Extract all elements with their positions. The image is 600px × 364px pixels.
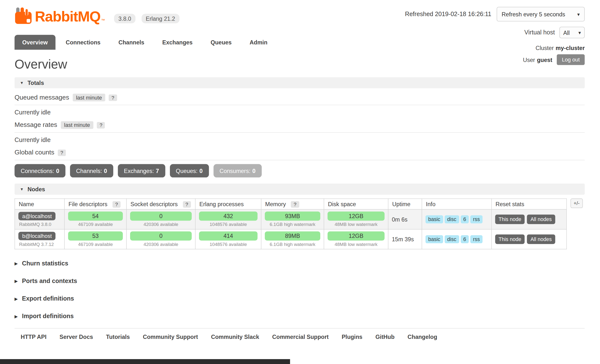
- ports-and-contexts-section[interactable]: ▶ Ports and contexts: [15, 278, 585, 284]
- help-icon[interactable]: ?: [58, 149, 66, 156]
- col-disk-space: Disk space: [324, 199, 388, 209]
- user-label: User: [523, 56, 535, 63]
- nodes-section-header[interactable]: ▼ Nodes: [15, 183, 585, 194]
- socket-descriptors-available: 420306 available: [130, 222, 192, 227]
- erlang-processes-cell: 432 1048576 available: [195, 209, 261, 229]
- link-changelog[interactable]: Changelog: [408, 334, 437, 340]
- help-icon[interactable]: ?: [183, 201, 191, 208]
- info-tag-rss: rss: [470, 235, 483, 243]
- tab-queues[interactable]: Queues: [203, 35, 239, 50]
- column-label: Erlang processes: [199, 201, 244, 207]
- footer: HTTP API Server Docs Tutorials Community…: [15, 328, 585, 340]
- col-socket-descriptors: Socket descriptors ?: [126, 199, 195, 209]
- totals-section-title: Totals: [28, 80, 44, 86]
- message-rates-header: Message rates last minute ?: [15, 121, 585, 133]
- link-server-docs[interactable]: Server Docs: [60, 334, 93, 340]
- nodes-header-row: Name File descriptors ? Socket descripto…: [15, 199, 566, 209]
- node-row: a@localhost RabbitMQ 3.8.0 54 467109 ava…: [15, 209, 566, 229]
- tab-connections[interactable]: Connections: [58, 35, 108, 50]
- totals-section-header[interactable]: ▼ Totals: [15, 77, 585, 88]
- memory-cell: 93MB 6.1GB high watermark: [261, 209, 324, 229]
- export-definitions-title: Export definitions: [22, 295, 74, 302]
- refresh-interval-value: Refresh every 5 seconds: [502, 11, 565, 18]
- churn-statistics-title: Churn statistics: [22, 260, 68, 267]
- file-descriptors-available: 467109 available: [68, 222, 123, 227]
- main-content: Overview ▼ Totals Queued messages last m…: [0, 57, 600, 320]
- link-tutorials[interactable]: Tutorials: [106, 334, 130, 340]
- tab-channels[interactable]: Channels: [111, 35, 152, 50]
- stat-value: 0: [252, 168, 256, 174]
- link-community-slack[interactable]: Community Slack: [211, 334, 259, 340]
- reset-stats-cell: This nodeAll nodes: [492, 229, 567, 249]
- global-counts-title: Global counts: [15, 149, 54, 156]
- info-tag-count: 6: [461, 215, 469, 223]
- tab-exchanges[interactable]: Exchanges: [155, 35, 200, 50]
- nodes-table: Name File descriptors ? Socket descripto…: [15, 199, 567, 249]
- info-cell: basicdisc6rss: [422, 229, 491, 249]
- node-version: RabbitMQ 3.8.0: [18, 222, 61, 227]
- node-row: b@localhost RabbitMQ 3.7.12 53 467109 av…: [15, 229, 566, 249]
- cluster-info: Clustermy-cluster: [405, 45, 585, 51]
- nodes-section-title: Nodes: [28, 186, 45, 192]
- global-counts-header: Global counts ?: [15, 149, 585, 160]
- help-icon[interactable]: ?: [291, 201, 299, 208]
- reset-all-nodes-button[interactable]: All nodes: [527, 234, 555, 244]
- last-minute-badge: last minute: [72, 94, 105, 101]
- queued-idle-text: Currently idle: [15, 109, 585, 116]
- uptime-cell: 15m 39s: [388, 229, 422, 249]
- help-icon[interactable]: ?: [97, 122, 105, 128]
- info-tag-rss: rss: [470, 215, 483, 223]
- link-github[interactable]: GitHub: [375, 334, 394, 340]
- link-http-api[interactable]: HTTP API: [21, 334, 47, 340]
- reset-this-node-button[interactable]: This node: [495, 234, 525, 244]
- tab-overview[interactable]: Overview: [15, 35, 55, 50]
- link-plugins[interactable]: Plugins: [342, 334, 362, 340]
- churn-statistics-section[interactable]: ▶ Churn statistics: [15, 260, 585, 267]
- cluster-label: Cluster: [536, 45, 554, 51]
- virtual-host-row: Virtual host All ▾: [405, 27, 585, 38]
- help-icon[interactable]: ?: [109, 94, 117, 101]
- virtual-host-label: Virtual host: [524, 29, 555, 36]
- column-toggle-button[interactable]: +/-: [570, 199, 582, 208]
- import-definitions-section[interactable]: ▶ Import definitions: [15, 313, 585, 320]
- queued-messages-title: Queued messages: [15, 94, 69, 101]
- reset-this-node-button[interactable]: This node: [495, 214, 525, 224]
- user-name: guest: [537, 56, 552, 63]
- virtual-host-select[interactable]: All ▾: [559, 27, 585, 38]
- info-tag-disc: disc: [445, 215, 459, 223]
- link-community-support[interactable]: Community Support: [143, 334, 198, 340]
- refresh-interval-select[interactable]: Refresh every 5 seconds ▾: [497, 7, 585, 21]
- logo-text: RabbitMQ: [35, 8, 101, 24]
- tab-admin[interactable]: Admin: [242, 35, 275, 50]
- info-tag-disc: disc: [445, 235, 459, 243]
- refresh-row: Refreshed 2019-02-18 16:26:11 Refresh ev…: [405, 7, 585, 21]
- virtual-host-value: All: [563, 29, 570, 36]
- erlang-processes-bar: 432: [199, 212, 258, 221]
- help-icon[interactable]: ?: [113, 201, 121, 208]
- rates-idle-text: Currently idle: [15, 137, 585, 143]
- col-info: Info: [422, 199, 491, 209]
- logout-button[interactable]: Log out: [557, 54, 585, 65]
- uptime-cell: 0m 6s: [388, 209, 422, 229]
- memory-watermark: 6.1GB high watermark: [265, 242, 320, 247]
- memory-bar: 93MB: [265, 212, 320, 221]
- last-minute-badge: last minute: [61, 121, 93, 129]
- node-name-cell: a@localhost RabbitMQ 3.8.0: [15, 209, 64, 229]
- column-label: Uptime: [392, 201, 410, 207]
- memory-cell: 89MB 6.1GB high watermark: [261, 229, 324, 249]
- export-definitions-section[interactable]: ▶ Export definitions: [15, 295, 585, 302]
- column-label: Socket descriptors: [131, 201, 178, 207]
- erlang-version-badge: Erlang 21.2: [142, 14, 179, 23]
- link-commercial-support[interactable]: Commercial Support: [272, 334, 329, 340]
- node-version: RabbitMQ 3.7.12: [18, 242, 61, 247]
- memory-bar: 89MB: [265, 231, 320, 241]
- disk-space-watermark: 48MB low watermark: [328, 222, 385, 227]
- erlang-processes-cell: 414 1048576 available: [195, 229, 261, 249]
- collapse-arrow-icon: ▼: [20, 81, 24, 85]
- col-erlang-processes: Erlang processes: [195, 199, 261, 209]
- file-descriptors-bar: 54: [68, 212, 123, 221]
- reset-all-nodes-button[interactable]: All nodes: [527, 214, 555, 224]
- stat-consumers: Consumers:0: [213, 164, 262, 178]
- stat-label: Channels:: [76, 168, 102, 174]
- stat-channels: Channels:0: [70, 164, 113, 178]
